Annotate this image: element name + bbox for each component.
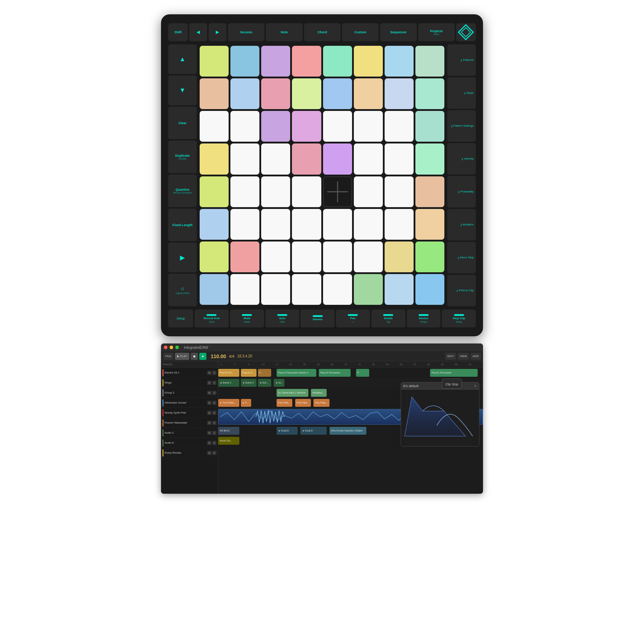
audio-clip[interactable]: Plug 01 Percussive (319, 369, 351, 377)
view-button[interactable]: VIEW (458, 353, 469, 360)
pad-58[interactable] (261, 274, 290, 305)
add-button[interactable]: ADD (470, 353, 481, 360)
pad-24[interactable] (200, 143, 229, 174)
print-to-clip-button[interactable]: › Print to Clip (447, 275, 476, 306)
pad-34[interactable] (261, 176, 290, 207)
pad-41[interactable] (230, 209, 259, 240)
left-arrow-button[interactable]: ◄ (189, 23, 207, 41)
velocity-button[interactable]: › Velocity (447, 143, 476, 175)
sequencer-button[interactable]: Sequencer (380, 23, 416, 41)
pad-13[interactable] (354, 78, 383, 109)
pad-35[interactable] (292, 176, 321, 207)
audio-clip[interactable]: Himalayan Sunset Atms 2 (311, 389, 327, 397)
audio-clip[interactable]: Infrq Chords Operator 124bpm (330, 427, 367, 435)
probability-button[interactable]: › Probability (447, 176, 476, 208)
eg-close-btn[interactable]: ✕ (474, 384, 477, 388)
track-mute-btn[interactable]: M (207, 421, 211, 425)
audio-clip[interactable]: P... (258, 369, 271, 377)
pad-22[interactable] (385, 111, 414, 142)
projects-button[interactable]: Projects Save (418, 23, 455, 41)
track-solo-btn[interactable]: S (212, 411, 216, 415)
pad-52[interactable] (323, 241, 352, 272)
pad-36[interactable] (323, 176, 352, 207)
pad-25[interactable] (230, 143, 259, 174)
file-menu[interactable]: FILE (163, 353, 174, 360)
pad-16[interactable] (200, 111, 229, 142)
maximize-window-button[interactable] (175, 346, 179, 349)
chord-button[interactable]: Chord (304, 23, 341, 41)
close-window-button[interactable] (164, 346, 167, 349)
pad-21[interactable] (354, 111, 383, 142)
volume-button[interactable]: Volume (301, 309, 335, 327)
track-mute-btn[interactable]: M (207, 441, 211, 445)
note-button[interactable]: Note (266, 23, 302, 41)
stop-button[interactable]: ■ (191, 353, 198, 360)
clear-button[interactable]: Clear (168, 107, 197, 139)
track-solo-btn[interactable]: S (212, 371, 216, 375)
pad-50[interactable] (261, 241, 290, 272)
capture-midi-button[interactable]: ○ Capture MIDI (168, 274, 197, 306)
pad-6[interactable] (385, 46, 414, 77)
track-mute-btn[interactable]: M (207, 451, 211, 455)
audio-clip[interactable]: So: Sweet Atms 1 Newone (277, 389, 308, 397)
midi-clip[interactable]: Poly Pattern 03 (295, 399, 311, 407)
pad-39[interactable] (415, 176, 444, 207)
track-solo-btn[interactable]: S (212, 401, 216, 405)
pan-button[interactable]: Pan • • (336, 309, 370, 327)
edit-button[interactable]: EDIT (445, 353, 456, 360)
scene-clip[interactable]: ◄ Scene 3 (241, 379, 257, 387)
minimize-window-button[interactable] (170, 346, 173, 349)
shift-button[interactable]: Shift (168, 23, 188, 41)
scene-clip[interactable]: ◄ So... (274, 379, 284, 387)
pad-31[interactable] (415, 143, 444, 174)
midi-clip[interactable]: ► Poly Patter... (218, 399, 239, 407)
audio-clip[interactable]: Plug 01 Percussion Season 4 (277, 369, 316, 377)
scene-clip[interactable]: ◄ Scene 2 (218, 379, 239, 387)
play-button[interactable]: ▶ (168, 243, 197, 272)
track-mute-btn[interactable]: M (207, 431, 211, 435)
pad-10[interactable] (261, 78, 290, 109)
pad-49[interactable] (230, 241, 259, 272)
pad-42[interactable] (261, 209, 290, 240)
pad-43[interactable] (292, 209, 321, 240)
pad-19[interactable] (292, 111, 321, 142)
pad-54[interactable] (385, 241, 414, 272)
track-mute-btn[interactable]: M (207, 381, 211, 385)
pad-15[interactable] (415, 78, 444, 109)
pad-59[interactable] (292, 274, 321, 305)
pad-47[interactable] (415, 209, 444, 240)
track-solo-btn[interactable]: S (212, 431, 216, 435)
pad-57[interactable] (230, 274, 259, 305)
pad-3[interactable] (292, 46, 321, 77)
duplicate-button[interactable]: Duplicate Double (168, 141, 197, 173)
track-solo-btn[interactable]: S (212, 381, 216, 385)
up-arrow-button[interactable]: ▲ (168, 44, 197, 74)
device-button[interactable]: Device Tempo (407, 309, 441, 327)
pad-23[interactable] (415, 111, 444, 142)
audio-clip[interactable]: Vocal Chu... (218, 437, 239, 445)
mutation-button[interactable]: › Mutation (447, 209, 476, 240)
pad-2[interactable] (261, 46, 290, 77)
down-arrow-button[interactable]: ▼ (168, 75, 197, 105)
steps-button[interactable]: › Steps (447, 77, 476, 109)
track-solo-btn[interactable]: S (212, 451, 216, 455)
fixed-length-button[interactable]: Fixed Length (168, 209, 197, 241)
solo-button[interactable]: Solo Click (265, 309, 299, 327)
custom-button[interactable]: Custom (342, 23, 379, 41)
setup-button[interactable]: Setup (168, 309, 193, 327)
midi-clip[interactable]: ► Poly Patter... (241, 399, 252, 407)
scene-clip[interactable]: ◄ Scene 4 (258, 379, 271, 387)
audio-clip[interactable]: Virt Bit 01 (218, 427, 239, 435)
pad-12[interactable] (323, 78, 352, 109)
pad-30[interactable] (385, 143, 414, 174)
pad-60[interactable] (323, 274, 352, 305)
pad-46[interactable] (385, 209, 414, 240)
track-mute-btn[interactable]: M (207, 401, 211, 405)
pad-26[interactable] (261, 143, 290, 174)
sends-button[interactable]: Sends Tap (371, 309, 405, 327)
audio-clip[interactable]: Plug 01 Percussive (430, 369, 478, 377)
pad-61[interactable] (354, 274, 383, 305)
pad-48[interactable] (200, 241, 229, 272)
track-solo-btn[interactable]: S (212, 421, 216, 425)
midi-clip[interactable]: Poly Pattern 02 (313, 399, 329, 407)
